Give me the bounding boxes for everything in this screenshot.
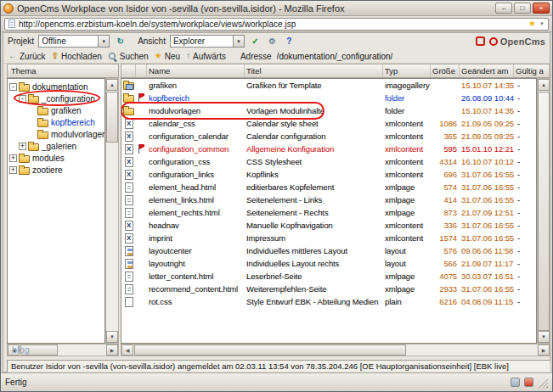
file-row-configuration_css[interactable]: configuration_cssCSS Stylesheetxmlconten… — [121, 155, 536, 168]
scroll-left-icon[interactable]: ◀ — [121, 344, 133, 356]
tree-item-modulvorlagen[interactable]: modulvorlagen — [8, 128, 104, 140]
folder-icon — [37, 132, 48, 139]
logout-icon[interactable] — [476, 36, 485, 46]
file-icon-cell — [121, 181, 136, 193]
file-row-rot.css[interactable]: rot.cssStyle Entwurf EBK - Abteilung Med… — [121, 295, 536, 308]
collapse-minus-icon[interactable]: - — [19, 95, 26, 103]
scrollbar-thumb[interactable] — [538, 92, 550, 331]
expand-plus-icon[interactable]: + — [9, 154, 17, 162]
table-horizontal-scrollbar[interactable]: ◀ ▶ — [121, 344, 550, 356]
scroll-down-icon[interactable]: ▼ — [538, 331, 550, 343]
new-button[interactable]: ★ Neu — [155, 52, 180, 61]
minimize-button[interactable]: – — [495, 3, 512, 14]
address-value[interactable]: /dokumentation/_configuration/ — [277, 52, 393, 61]
column-header-titel[interactable]: Titel — [245, 64, 383, 77]
file-row-layoutright[interactable]: layoutrightIndividuelles Layout rechtsla… — [121, 257, 536, 270]
scroll-up-icon[interactable]: ▲ — [538, 79, 550, 91]
plain-icon — [125, 297, 133, 307]
file-row-layoutcenter[interactable]: layoutcenterIndividuelles mittleres Layo… — [121, 244, 536, 257]
file-type: xmlcontent — [383, 143, 431, 155]
close-button[interactable]: × — [533, 3, 550, 14]
maximize-button[interactable]: □ — [514, 3, 531, 14]
file-type: xmlpage — [383, 206, 431, 219]
xmlcontent-icon — [125, 221, 133, 231]
xmlpage-icon — [125, 272, 133, 282]
upload-label: Hochladen — [61, 52, 102, 61]
help-icon[interactable]: ? — [283, 35, 296, 48]
opencms-toolbar: Projekt Offline ▼ ↻ Ansicht Explorer ▼ ✓… — [3, 33, 550, 49]
file-row-imprint[interactable]: imprintImpressumxmlcontent157431.07.06 1… — [121, 232, 536, 244]
file-size — [431, 79, 460, 92]
file-flag-cell — [136, 155, 147, 168]
preferences-icon[interactable]: ⚙ — [266, 35, 279, 48]
file-valid: - — [514, 143, 536, 155]
file-size: 1574 — [431, 232, 460, 244]
file-size — [431, 92, 460, 104]
file-row-letter_content.html[interactable]: letter_content.htmlLeserbrief-Seitexmlpa… — [121, 270, 536, 283]
scroll-right-icon[interactable]: ▶ — [538, 344, 550, 356]
file-row-modulvorlagen[interactable]: modulvorlagenVorlagen Modulinhaltefolder… — [121, 104, 536, 117]
tree-item-dokumentation[interactable]: -dokumentation — [8, 81, 104, 92]
column-header-name[interactable]: Name — [147, 64, 245, 77]
file-row-calendar_css[interactable]: calendar_cssCalendar style sheetxmlconte… — [121, 117, 536, 130]
file-row-grafiken[interactable]: grafikenGrafiken für Templateimagegaller… — [121, 79, 536, 92]
file-row-recommend_content.html[interactable]: recommend_content.htmlWeiterempfehlen-Se… — [121, 283, 536, 295]
up-label: Aufwärts — [193, 52, 226, 61]
tree-item-_configuration[interactable]: -_configuration — [8, 92, 104, 104]
url-dropdown-icon[interactable]: ▼ — [539, 21, 545, 26]
scroll-down-icon[interactable]: ▼ — [106, 331, 118, 343]
file-row-configuration_links[interactable]: configuration_linksKopflinksxmlcontent69… — [121, 168, 536, 181]
back-button[interactable]: ← Zurück — [8, 52, 46, 61]
reload-icon[interactable]: ↻ — [114, 35, 127, 48]
file-title: Style Entwurf EBK - Abteilung Medien — [245, 295, 383, 308]
tree-vertical-scrollbar[interactable]: ▲ ▼ — [105, 78, 119, 344]
expand-plus-icon[interactable]: + — [9, 166, 17, 174]
scrollbar-thumb[interactable] — [134, 344, 406, 356]
file-row-kopfbereich[interactable]: kopfbereichfolder26.08.09 10:44- — [121, 92, 536, 104]
column-header-flag[interactable] — [136, 64, 147, 77]
tree-item-zootiere[interactable]: +zootiere — [8, 164, 104, 176]
column-header-geaendert-am[interactable]: Geändert am — [460, 64, 514, 77]
bookmark-star-icon[interactable]: ★ — [528, 20, 536, 28]
file-row-element_links.html[interactable]: element_links.htmlSeitenelement - Linksx… — [121, 193, 536, 206]
view-label: Ansicht — [138, 36, 166, 46]
file-row-headnav[interactable]: headnavManuelle Kopfnavigationxmlcontent… — [121, 219, 536, 232]
url-input[interactable]: http://opencms.erzbistum-koeln.de/system… — [4, 18, 549, 31]
column-header-typ[interactable]: Typ — [383, 64, 431, 77]
table-vertical-scrollbar[interactable]: ▲ ▼ — [537, 78, 550, 344]
statusbar-extension-icon-2[interactable] — [524, 378, 533, 387]
file-icon-cell — [121, 130, 136, 143]
resize-grip[interactable] — [538, 378, 548, 388]
tree-item-kopfbereich[interactable]: kopfbereich — [8, 116, 104, 128]
up-button[interactable]: ↑ Aufwärts — [186, 52, 226, 61]
file-row-element_rechts.html[interactable]: element_rechts.htmlSeitenelement - Recht… — [121, 206, 536, 219]
publish-icon[interactable]: ✓ — [249, 35, 262, 48]
file-row-configuration_calendar[interactable]: configuration_calendarCalendar configura… — [121, 130, 536, 143]
scrollbar-thumb[interactable] — [106, 92, 118, 143]
back-arrow-icon: ← — [8, 52, 17, 60]
file-icon-cell — [121, 155, 136, 168]
upload-icon: ⇧ — [52, 52, 59, 60]
tree-item-grafiken[interactable]: grafiken — [8, 104, 104, 116]
file-valid: - — [514, 168, 536, 181]
tree-item-modules[interactable]: +modules — [8, 152, 104, 164]
scroll-up-icon[interactable]: ▲ — [106, 79, 118, 91]
chevron-down-icon: ▼ — [98, 36, 109, 47]
file-row-configuration_common[interactable]: configuration_commonAllgemeine Konfigura… — [121, 143, 536, 155]
tree-item-_galerien[interactable]: +_galerien — [8, 140, 104, 152]
statusbar-extension-icon[interactable] — [511, 378, 520, 387]
opencms-workplace: Projekt Offline ▼ ↻ Ansicht Explorer ▼ ✓… — [3, 32, 550, 372]
collapse-minus-icon[interactable]: - — [9, 83, 17, 91]
scroll-right-icon[interactable]: ▶ — [106, 344, 118, 356]
upload-button[interactable]: ⇧ Hochladen — [52, 52, 102, 61]
search-button[interactable]: Suchen — [108, 52, 149, 61]
view-select[interactable]: Explorer ▼ — [170, 35, 245, 48]
file-title: Allgemeine Konfiguration — [245, 143, 383, 155]
file-modified: 21.09.05 09:25 — [460, 117, 514, 130]
column-header-gueltig-ab[interactable]: Gültig a — [514, 64, 550, 77]
expand-plus-icon[interactable]: + — [19, 143, 26, 150]
column-header-groesse[interactable]: Größe — [431, 64, 460, 77]
column-header-icon[interactable] — [121, 64, 136, 77]
project-select[interactable]: Offline ▼ — [38, 35, 110, 48]
file-row-element_head.html[interactable]: element_head.htmleditierbares Kopfelemen… — [121, 181, 536, 193]
